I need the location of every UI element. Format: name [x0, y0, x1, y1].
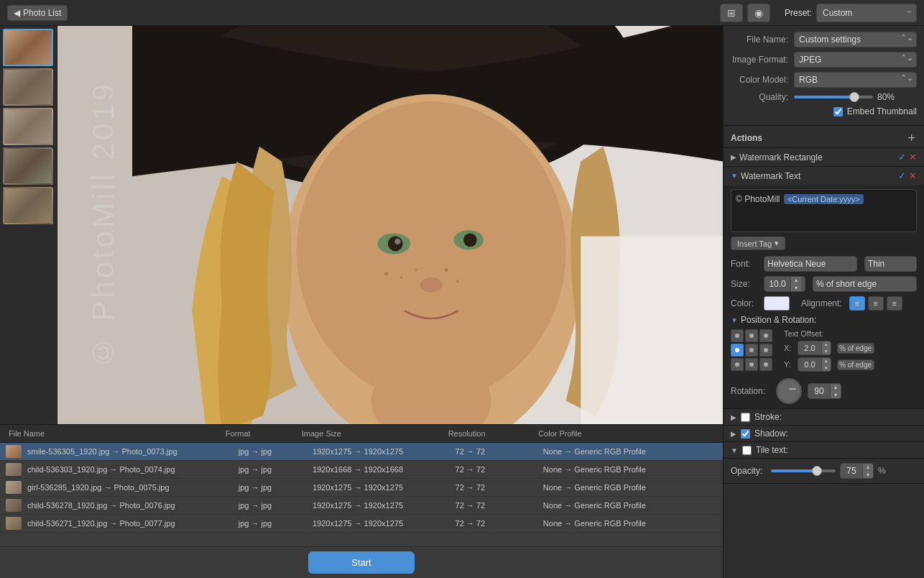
table-row[interactable]: child-536278_1920.jpg → Photo_0076.jpg j…: [0, 497, 723, 515]
x-offset-row: X: ▴ ▾ % of edge: [784, 341, 917, 355]
pos-dot-tr[interactable]: [759, 329, 772, 342]
tile-text-chevron-icon: ▼: [731, 446, 738, 454]
opacity-slider[interactable]: [771, 469, 836, 472]
watermark-text-check-icon[interactable]: ✓: [898, 170, 906, 181]
font-style-select[interactable]: Thin Regular Bold: [864, 256, 917, 272]
watermark-rectangle-check-icon[interactable]: ✓: [898, 152, 906, 162]
align-right-icon: ≡: [892, 299, 896, 308]
size-unit-select[interactable]: % of short edge px pt: [813, 276, 917, 292]
stroke-row[interactable]: ▶ Stroke:: [724, 409, 924, 426]
actions-title: Actions: [731, 133, 906, 143]
align-center-button[interactable]: ≡: [868, 296, 884, 311]
watermark-rectangle-header[interactable]: ▶ Watermark Rectangle ✓ ✕: [724, 148, 924, 166]
imageformat-label: Image Format:: [731, 55, 788, 65]
pos-dot-tl[interactable]: [731, 329, 744, 342]
table-row[interactable]: child-536303_1920.jpg → Photo_0074.jpg j…: [0, 461, 723, 479]
rotation-input[interactable]: [808, 386, 830, 396]
opacity-decrement-button[interactable]: ▾: [863, 471, 873, 479]
add-action-button[interactable]: +: [906, 132, 917, 144]
table-row[interactable]: child-536271_1920.jpg → Photo_0077.jpg j…: [0, 515, 723, 533]
size-unit-wrap: % of short edge px pt: [813, 276, 917, 292]
colormodel-select[interactable]: RGB CMYK Grayscale: [794, 72, 917, 88]
x-increment-button[interactable]: ▴: [822, 341, 831, 348]
size-increment-button[interactable]: ▴: [791, 276, 801, 284]
position-rotation-header[interactable]: ▼ Position & Rotation:: [731, 315, 917, 325]
filename-select[interactable]: Custom settings: [794, 32, 917, 47]
watermark-text-expanded: © PhotoMill <Current Date:yyyy> Insert T…: [724, 185, 924, 408]
size-decrement-button[interactable]: ▾: [791, 284, 801, 292]
cell-imgsize: 1920x1275 → 1920x1275: [310, 482, 453, 493]
imageformat-select[interactable]: JPEG PNG TIFF: [794, 52, 917, 68]
font-select[interactable]: Helvetica Neue Arial: [764, 256, 857, 272]
thumbnail-4[interactable]: [3, 147, 53, 185]
insert-tag-button[interactable]: Insert Tag ▾: [731, 237, 785, 250]
rotation-stepper: ▴ ▾: [830, 383, 841, 399]
rotation-input-wrap: ▴ ▾: [808, 383, 841, 399]
colormodel-control: RGB CMYK Grayscale ⌃⌄: [794, 72, 917, 88]
svg-point-14: [444, 268, 448, 272]
rotation-dial[interactable]: [776, 378, 802, 404]
back-button[interactable]: ◀ Photo List: [7, 5, 68, 21]
x-input[interactable]: [798, 344, 821, 352]
watermark-text-remove-icon[interactable]: ✕: [909, 170, 917, 181]
y-stepper: ▴ ▾: [821, 357, 831, 372]
thumbnail-2[interactable]: [3, 68, 53, 106]
x-unit-select[interactable]: % of edge px: [837, 343, 874, 354]
y-input[interactable]: [798, 360, 821, 369]
font-style-select-wrap: Thin Regular Bold: [864, 256, 917, 272]
cell-colorprofile: None → Generic RGB Profile: [540, 464, 717, 475]
opacity-increment-button[interactable]: ▴: [863, 463, 873, 471]
watermark-text-header[interactable]: ▼ Watermark Text ✓ ✕: [724, 167, 924, 185]
tile-text-row[interactable]: ▼ Tile text:: [724, 442, 924, 459]
table-row[interactable]: smile-536305_1920.jpg → Photo_0073.jpg j…: [0, 443, 723, 461]
tile-text-label: Tile text:: [756, 445, 917, 455]
filename-row: File Name: Custom settings ⌃⌄: [731, 32, 917, 47]
watermark-text-input[interactable]: © PhotoMill <Current Date:yyyy>: [731, 189, 917, 232]
thumbnail-1[interactable]: [3, 29, 53, 66]
y-unit-select[interactable]: % of edge px: [837, 359, 874, 370]
align-right-button[interactable]: ≡: [887, 296, 902, 311]
pos-dot-bc[interactable]: [745, 358, 758, 371]
opacity-input[interactable]: [841, 466, 862, 476]
watermark-text-item: ▼ Watermark Text ✓ ✕ © PhotoMill <Curren…: [724, 167, 924, 409]
pos-dot-bl[interactable]: [731, 358, 744, 371]
stroke-checkbox[interactable]: [741, 413, 750, 422]
row-thumbnail: [6, 481, 22, 494]
stroke-label: Stroke:: [754, 412, 917, 422]
size-input[interactable]: [764, 279, 790, 289]
pos-dot-mc[interactable]: [745, 344, 758, 357]
svg-point-10: [394, 239, 400, 244]
thumbnail-3[interactable]: [3, 108, 53, 145]
x-decrement-button[interactable]: ▾: [822, 348, 831, 355]
y-decrement-button[interactable]: ▾: [822, 364, 831, 372]
y-increment-button[interactable]: ▴: [822, 357, 831, 364]
font-select-wrap: Helvetica Neue Arial: [764, 256, 857, 272]
thumbnail-5[interactable]: [3, 187, 53, 224]
watermark-rectangle-label: Watermark Rectangle: [739, 152, 898, 162]
grid-view-button[interactable]: ⊞: [720, 4, 743, 22]
cell-imgsize: 1920x1275 → 1920x1275: [310, 446, 453, 457]
pos-dot-tc[interactable]: [745, 329, 758, 342]
cell-colorprofile: None → Generic RGB Profile: [540, 518, 717, 529]
svg-rect-18: [581, 237, 723, 424]
embed-thumbnail-checkbox[interactable]: [833, 107, 843, 116]
y-label: Y:: [784, 360, 795, 369]
start-button[interactable]: Start: [308, 551, 414, 574]
cell-imgsize: 1920x1275 → 1920x1275: [310, 500, 453, 511]
preview-area: © PhotoMill 2019: [0, 26, 723, 424]
color-swatch[interactable]: [764, 296, 790, 311]
pos-dot-mr[interactable]: [759, 344, 772, 357]
tile-text-checkbox[interactable]: [742, 446, 752, 455]
align-left-button[interactable]: ≡: [849, 296, 865, 311]
rotation-decrement-button[interactable]: ▾: [831, 391, 841, 399]
preset-select[interactable]: Custom Default High Quality: [816, 4, 917, 22]
table-row[interactable]: girl-536285_1920.jpg → Photo_0075.jpg jp…: [0, 479, 723, 497]
shadow-checkbox[interactable]: [741, 429, 750, 439]
pos-dot-br[interactable]: [759, 358, 772, 371]
watermark-rectangle-remove-icon[interactable]: ✕: [909, 152, 917, 162]
shadow-row[interactable]: ▶ Shadow:: [724, 426, 924, 442]
rotation-increment-button[interactable]: ▴: [831, 383, 841, 391]
eye-view-button[interactable]: ◉: [747, 4, 770, 22]
pos-dot-ml[interactable]: [731, 344, 744, 357]
quality-slider[interactable]: [794, 96, 873, 98]
